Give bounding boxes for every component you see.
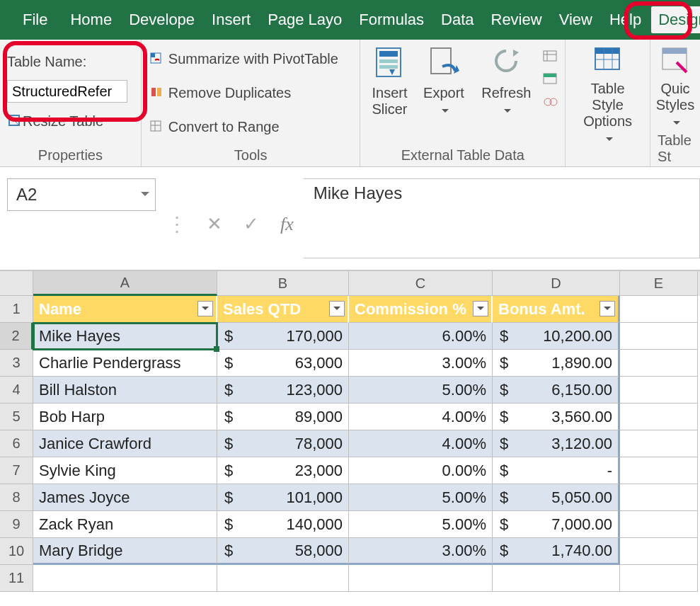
table-header-sales[interactable]: Sales QTD — [217, 296, 349, 323]
cell-empty[interactable] — [620, 457, 698, 484]
properties-icon[interactable] — [542, 50, 561, 68]
row-header[interactable]: 2 — [0, 323, 33, 350]
row-header[interactable]: 1 — [0, 296, 33, 323]
cell-commission[interactable]: 5.00% — [349, 377, 493, 404]
tab-design[interactable]: Design — [651, 6, 700, 33]
tab-data[interactable]: Data — [434, 11, 481, 29]
cell-bonus[interactable]: $3,560.00 — [493, 404, 620, 430]
cell-commission[interactable]: 6.00% — [349, 323, 493, 350]
table-header-bonus[interactable]: Bonus Amt. — [493, 296, 620, 323]
cell-bonus[interactable]: $6,150.00 — [493, 377, 620, 404]
refresh-button[interactable]: Refresh — [473, 45, 539, 118]
cell-name[interactable]: James Joyce — [33, 484, 217, 511]
row-header[interactable]: 5 — [0, 404, 33, 430]
cell-sales[interactable]: $101,000 — [217, 484, 349, 511]
cell-sales[interactable]: $78,000 — [217, 430, 349, 457]
filter-dropdown-icon[interactable] — [197, 301, 213, 316]
table-name-input[interactable] — [7, 80, 127, 103]
cell-empty[interactable] — [620, 296, 698, 323]
cell-bonus[interactable]: $7,000.00 — [493, 511, 620, 538]
cell-bonus[interactable]: $5,050.00 — [493, 484, 620, 511]
cell-name[interactable]: Bob Harp — [33, 404, 217, 430]
row-header[interactable]: 4 — [0, 377, 33, 404]
cell-sales[interactable]: $89,000 — [217, 404, 349, 430]
row-header[interactable]: 3 — [0, 350, 33, 377]
cell-name[interactable]: Bill Halston — [33, 377, 217, 404]
unlink-icon[interactable] — [542, 95, 561, 113]
cell-bonus[interactable]: $3,120.00 — [493, 430, 620, 457]
col-header-c[interactable]: C — [349, 271, 493, 296]
cell-name[interactable]: Mary Bridge — [33, 538, 217, 565]
tab-developer[interactable]: Develope — [122, 11, 202, 29]
col-header-a[interactable]: A — [33, 271, 217, 296]
row-header[interactable]: 7 — [0, 457, 33, 484]
tab-help[interactable]: Help — [602, 11, 648, 29]
fx-icon[interactable]: fx — [280, 214, 294, 235]
cell-empty[interactable] — [620, 323, 698, 350]
tab-file[interactable]: File — [7, 11, 63, 29]
cell-sales[interactable]: $140,000 — [217, 511, 349, 538]
resize-table-button[interactable]: Resize Table — [7, 108, 134, 135]
row-header[interactable]: 8 — [0, 484, 33, 511]
filter-dropdown-icon[interactable] — [599, 301, 615, 316]
tab-home[interactable]: Home — [63, 11, 119, 29]
name-box[interactable]: A2 — [7, 178, 156, 211]
filter-dropdown-icon[interactable] — [473, 301, 488, 316]
cell-empty[interactable] — [349, 565, 493, 592]
cell-empty[interactable] — [217, 565, 349, 592]
cell-empty[interactable] — [620, 538, 698, 565]
col-header-d[interactable]: D — [493, 271, 620, 296]
cell-empty[interactable] — [33, 565, 217, 592]
cell-name[interactable]: Zack Ryan — [33, 511, 217, 538]
cell-commission[interactable]: 5.00% — [349, 484, 493, 511]
filter-dropdown-icon[interactable] — [329, 301, 345, 316]
cell-sales[interactable]: $58,000 — [217, 538, 349, 565]
row-header[interactable]: 6 — [0, 430, 33, 457]
cell-sales[interactable]: $63,000 — [217, 350, 349, 377]
cell-sales[interactable]: $23,000 — [217, 457, 349, 484]
convert-range-button[interactable]: Convert to Range — [149, 113, 353, 140]
insert-slicer-button[interactable]: Insert Slicer — [365, 45, 414, 118]
cell-commission[interactable]: 4.00% — [349, 404, 493, 430]
cell-empty[interactable] — [620, 404, 698, 430]
cell-bonus[interactable]: $- — [493, 457, 620, 484]
open-browser-icon[interactable] — [542, 72, 561, 91]
select-all-corner[interactable] — [0, 271, 33, 296]
cell-name[interactable]: Janice Crawford — [33, 430, 217, 457]
summarize-pivot-button[interactable]: Summarize with PivotTable — [149, 45, 353, 72]
cell-bonus[interactable]: $1,890.00 — [493, 350, 620, 377]
cell-commission[interactable]: 5.00% — [349, 511, 493, 538]
cell-name[interactable]: Sylvie King — [33, 457, 217, 484]
cell-bonus[interactable]: $1,740.00 — [493, 538, 620, 565]
row-header[interactable]: 11 — [0, 565, 33, 592]
cell-name[interactable]: Mike Hayes — [33, 323, 217, 350]
cell-sales[interactable]: $123,000 — [217, 377, 349, 404]
cell-commission[interactable]: 4.00% — [349, 430, 493, 457]
cell-empty[interactable] — [620, 565, 698, 592]
export-button[interactable]: Export — [415, 45, 474, 118]
cell-empty[interactable] — [620, 511, 698, 538]
resize-handle-icon[interactable]: ⋮ — [167, 212, 185, 236]
quick-styles-button[interactable]: Quic Styles — [658, 45, 693, 130]
tab-review[interactable]: Review — [484, 11, 549, 29]
cancel-icon[interactable]: ✕ — [207, 213, 222, 235]
cell-commission[interactable]: 0.00% — [349, 457, 493, 484]
cell-empty[interactable] — [620, 377, 698, 404]
cell-commission[interactable]: 3.00% — [349, 350, 493, 377]
row-header[interactable]: 10 — [0, 538, 33, 565]
cell-commission[interactable]: 3.00% — [349, 538, 493, 565]
cell-empty[interactable] — [620, 350, 698, 377]
table-header-commission[interactable]: Commission % — [349, 296, 493, 323]
remove-duplicates-button[interactable]: Remove Duplicates — [149, 79, 353, 106]
cell-empty[interactable] — [620, 484, 698, 511]
col-header-e[interactable]: E — [620, 271, 698, 296]
row-header[interactable]: 9 — [0, 511, 33, 538]
tab-page-layout[interactable]: Page Layo — [260, 11, 349, 29]
table-header-name[interactable]: Name — [33, 296, 217, 323]
enter-icon[interactable]: ✓ — [243, 213, 259, 235]
table-style-options-button[interactable]: Table Style Options — [573, 45, 643, 146]
tab-formulas[interactable]: Formulas — [352, 11, 431, 29]
formula-input[interactable]: Mike Hayes — [304, 178, 700, 258]
cell-name[interactable]: Charlie Pendergrass — [33, 350, 217, 377]
tab-view[interactable]: View — [552, 11, 599, 29]
